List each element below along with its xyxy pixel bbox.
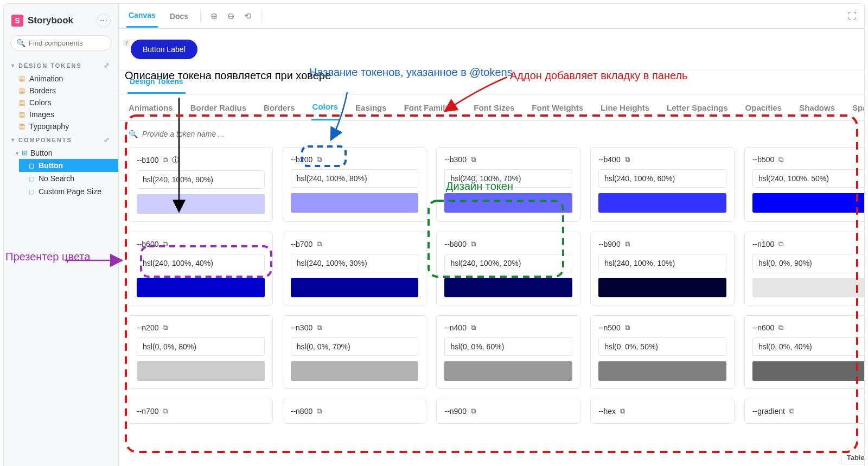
copy-icon[interactable]: ⧉ [163, 240, 168, 248]
token-value-input[interactable]: hsl(240, 100%, 60%) [598, 169, 726, 188]
color-swatch [137, 278, 265, 297]
copy-icon[interactable]: ⧉ [317, 240, 322, 248]
token-value-input[interactable]: hsl(240, 100%, 30%) [291, 254, 419, 272]
copy-icon[interactable]: ⧉ [625, 323, 630, 332]
sidebar-story-button[interactable]: ▢Button [19, 159, 118, 172]
token-head: --b200⧉ [291, 155, 419, 164]
token-value-input[interactable]: hsl(0, 0%, 90%) [752, 254, 865, 272]
color-swatch [598, 278, 726, 297]
token-head: --b800⧉ [444, 240, 572, 248]
sidebar-item-images[interactable]: ▤Images [4, 108, 118, 120]
fullscreen-icon[interactable]: ⛶ [848, 11, 857, 21]
copy-icon[interactable]: ⧉ [625, 155, 630, 164]
tab-canvas[interactable]: Canvas [126, 4, 158, 28]
panel-tab-design-tokens[interactable]: Design Tokens [127, 71, 186, 94]
token-head: --b600⧉ [137, 240, 265, 248]
copy-icon[interactable]: ⧉ [789, 407, 794, 416]
zoom-in-icon[interactable]: ⊕ [210, 11, 218, 21]
sidebar-item-animation[interactable]: ▤Animation [4, 73, 118, 85]
section-head-components[interactable]: ▾ COMPONENTS ⤢ [4, 132, 118, 147]
table-view-button[interactable]: Table View [841, 451, 865, 464]
copy-icon[interactable]: ⧉ [317, 407, 322, 416]
sidebar-item-label: Typography [29, 122, 69, 131]
sidebar-story-no-search[interactable]: ▢No Search [19, 172, 118, 185]
copy-icon[interactable]: ⧉ [163, 407, 168, 416]
copy-icon[interactable]: ⧉ [163, 156, 168, 164]
category-tab-font-families[interactable]: Font Families [403, 95, 458, 120]
zoom-out-icon[interactable]: ⊖ [227, 11, 234, 21]
category-tab-animations[interactable]: Animations [127, 95, 174, 120]
sidebar-item-borders[interactable]: ▤Borders [4, 85, 118, 97]
token-value-input[interactable]: hsl(240, 100%, 90%) [137, 170, 265, 189]
copy-icon[interactable]: ⧉ [625, 240, 630, 248]
copy-icon[interactable]: ⧉ [317, 155, 322, 164]
info-icon[interactable]: ⓘ [172, 155, 179, 165]
token-head: --b300⧉ [444, 155, 572, 164]
token-filter-input[interactable] [142, 130, 865, 138]
category-tab-borders[interactable]: Borders [263, 95, 296, 120]
copy-icon[interactable]: ⧉ [778, 323, 783, 332]
search-input-wrap[interactable]: 🔍 / [10, 35, 112, 50]
token-value-input[interactable]: hsl(0, 0%, 70%) [291, 337, 419, 356]
token-card: --gradient⧉ [744, 399, 865, 424]
sidebar-item-typography[interactable]: ▤Typography [4, 120, 118, 132]
section-head-design-tokens[interactable]: ▾ DESIGN TOKENS ⤢ [4, 58, 118, 73]
token-name: --n200 [137, 323, 158, 332]
collapse-icon[interactable]: ⤢ [104, 136, 111, 144]
copy-icon[interactable]: ⧉ [471, 323, 476, 332]
token-value-input[interactable]: hsl(0, 0%, 40%) [752, 337, 865, 356]
copy-icon[interactable]: ⧉ [471, 240, 476, 248]
color-swatch [444, 278, 572, 297]
toolbar: Canvas Docs ⊕ ⊖ ⟲ ⛶ ⧉ 🔗 [119, 4, 865, 29]
category-tab-font-sizes[interactable]: Font Sizes [473, 95, 515, 120]
sidebar-menu-button[interactable]: ⋯ [97, 14, 111, 28]
color-swatch [752, 278, 865, 297]
button-label[interactable]: Button Label [131, 40, 197, 59]
category-tab-colors[interactable]: Colors [311, 94, 340, 120]
chevron-down-icon: ▾ [11, 62, 15, 68]
tab-docs[interactable]: Docs [168, 5, 190, 27]
token-value-input[interactable]: hsl(240, 100%, 50%) [752, 169, 865, 188]
token-head: --b100⧉ⓘ [137, 155, 265, 165]
token-value-input[interactable]: hsl(0, 0%, 80%) [137, 337, 265, 356]
token-head: --n300⧉ [291, 323, 419, 332]
token-name: --b400 [598, 155, 620, 164]
copy-icon[interactable]: ⧉ [163, 323, 168, 332]
category-tab-spacings[interactable]: Spacings [851, 95, 865, 120]
brand-name: Storybook [28, 15, 73, 26]
tokens-scroll[interactable]: --b100⧉ⓘhsl(240, 100%, 90%)--b200⧉hsl(24… [119, 147, 865, 466]
zoom-reset-icon[interactable]: ⟲ [244, 11, 251, 21]
token-name: --gradient [752, 407, 785, 416]
token-card: --hex⧉ [590, 399, 735, 424]
category-tab-font-weights[interactable]: Font Weights [531, 95, 584, 120]
token-value-input[interactable]: hsl(240, 100%, 40%) [137, 254, 265, 272]
copy-icon[interactable]: ⧉ [778, 240, 783, 248]
collapse-icon[interactable]: ⤢ [104, 61, 111, 69]
token-value-input[interactable]: hsl(240, 100%, 80%) [291, 169, 419, 188]
token-name: --b700 [291, 240, 312, 248]
token-name: --n300 [291, 323, 312, 332]
token-value-input[interactable]: hsl(0, 0%, 50%) [598, 337, 726, 356]
copy-icon[interactable]: ⧉ [471, 407, 476, 416]
sidebar-component-button[interactable]: ▾ ⊞ Button [4, 147, 118, 159]
divider [261, 10, 261, 23]
category-tab-border-radius[interactable]: Border Radius [189, 95, 247, 120]
copy-icon[interactable]: ⧉ [778, 155, 783, 164]
category-tab-letter-spacings[interactable]: Letter Spacings [666, 95, 729, 120]
sidebar-item-colors[interactable]: ▤Colors [4, 97, 118, 108]
copy-icon[interactable]: ⧉ [471, 155, 476, 164]
copy-icon[interactable]: ⧉ [317, 323, 322, 332]
token-name: --n800 [291, 407, 312, 416]
category-tab-easings[interactable]: Easings [354, 95, 388, 120]
copy-icon[interactable]: ⧉ [620, 407, 625, 416]
category-tab-shadows[interactable]: Shadows [798, 95, 836, 120]
category-tab-line-heights[interactable]: Line Heights [599, 95, 650, 120]
token-value-input[interactable]: hsl(240, 100%, 70%) [444, 169, 572, 188]
sidebar-story-custom-page-size[interactable]: ▢Custom Page Size [19, 185, 118, 198]
token-value-input[interactable]: hsl(240, 100%, 10%) [598, 254, 726, 272]
token-value-input[interactable]: hsl(240, 100%, 20%) [444, 254, 572, 272]
token-value-input[interactable]: hsl(0, 0%, 60%) [444, 337, 572, 356]
category-tab-opacities[interactable]: Opacities [744, 95, 783, 120]
search-input[interactable] [29, 39, 120, 47]
category-tabs: AnimationsBorder RadiusBordersColorsEasi… [119, 94, 865, 121]
